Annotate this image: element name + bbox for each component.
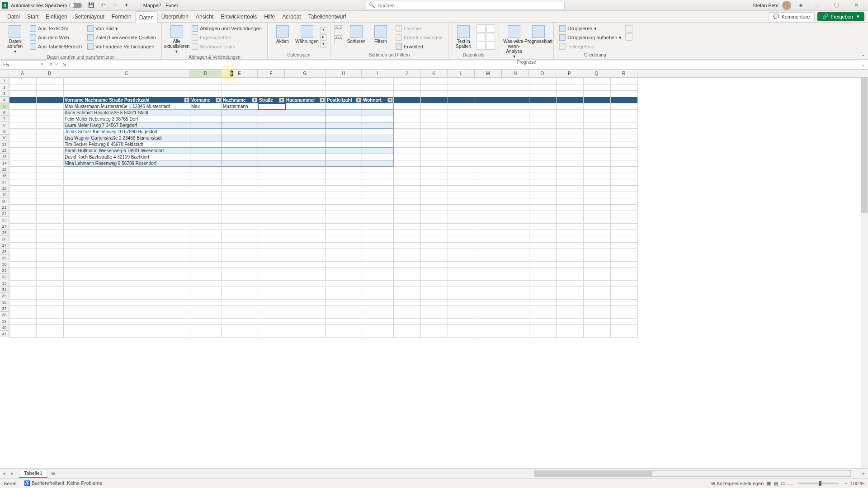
cell[interactable] bbox=[475, 78, 502, 84]
cell[interactable] bbox=[584, 122, 611, 129]
cell[interactable] bbox=[190, 135, 222, 141]
cell[interactable] bbox=[285, 135, 326, 141]
row-header[interactable]: 11 bbox=[0, 141, 9, 147]
cell[interactable] bbox=[285, 217, 326, 224]
cell[interactable] bbox=[37, 224, 64, 230]
cell[interactable] bbox=[326, 167, 362, 173]
avatar[interactable] bbox=[782, 1, 791, 10]
search-input[interactable]: 🔍 Suchen bbox=[366, 1, 565, 10]
erweitert-button[interactable]: Erweitert bbox=[394, 42, 444, 51]
cell[interactable] bbox=[475, 243, 502, 249]
cell[interactable] bbox=[258, 148, 285, 154]
cell[interactable] bbox=[326, 293, 362, 300]
cell[interactable] bbox=[258, 306, 285, 312]
cell[interactable] bbox=[362, 224, 394, 230]
cell[interactable] bbox=[394, 84, 421, 91]
cell[interactable] bbox=[448, 160, 475, 167]
cell[interactable] bbox=[448, 78, 475, 84]
cell[interactable] bbox=[611, 110, 638, 116]
cell[interactable] bbox=[394, 91, 421, 97]
cell[interactable] bbox=[190, 148, 222, 154]
cell[interactable] bbox=[584, 319, 611, 325]
cell[interactable] bbox=[37, 179, 64, 186]
row-header[interactable]: 20 bbox=[0, 198, 9, 204]
cell[interactable] bbox=[502, 148, 529, 154]
tab-daten[interactable]: Daten bbox=[135, 11, 158, 23]
cell[interactable] bbox=[9, 230, 37, 236]
cell[interactable] bbox=[285, 312, 326, 319]
cell[interactable] bbox=[362, 192, 394, 198]
cell[interactable] bbox=[9, 287, 37, 293]
row-header[interactable]: 26 bbox=[0, 236, 9, 242]
row-header[interactable]: 22 bbox=[0, 211, 9, 217]
cell[interactable] bbox=[421, 255, 448, 262]
cell[interactable] bbox=[529, 281, 557, 287]
cell[interactable] bbox=[285, 160, 326, 167]
cell[interactable] bbox=[190, 91, 222, 97]
cell[interactable] bbox=[475, 97, 502, 103]
cell[interactable] bbox=[475, 160, 502, 167]
cell[interactable] bbox=[258, 78, 285, 84]
cell[interactable] bbox=[9, 78, 37, 84]
cell[interactable] bbox=[475, 274, 502, 281]
cell[interactable] bbox=[362, 154, 394, 160]
cell[interactable] bbox=[475, 135, 502, 141]
cell[interactable] bbox=[394, 287, 421, 293]
cell[interactable] bbox=[9, 331, 37, 338]
cell[interactable] bbox=[584, 312, 611, 319]
cell[interactable] bbox=[475, 154, 502, 160]
cell[interactable] bbox=[421, 129, 448, 135]
remove-duplicates-icon[interactable] bbox=[486, 24, 495, 33]
cell[interactable] bbox=[475, 141, 502, 148]
cell[interactable] bbox=[326, 306, 362, 312]
cell[interactable] bbox=[448, 230, 475, 236]
cell[interactable] bbox=[557, 255, 584, 262]
cell[interactable] bbox=[326, 300, 362, 306]
cell[interactable] bbox=[584, 331, 611, 338]
cell[interactable] bbox=[9, 255, 37, 262]
cell[interactable] bbox=[362, 268, 394, 274]
cell[interactable] bbox=[362, 179, 394, 186]
cell[interactable] bbox=[190, 160, 222, 167]
cell[interactable] bbox=[362, 198, 394, 205]
cell[interactable] bbox=[502, 141, 529, 148]
cell[interactable] bbox=[362, 243, 394, 249]
datatype-next-icon[interactable]: ▸ bbox=[320, 34, 326, 41]
cell[interactable] bbox=[285, 205, 326, 211]
cell[interactable] bbox=[502, 243, 529, 249]
cell[interactable] bbox=[502, 129, 529, 135]
cell[interactable] bbox=[475, 91, 502, 97]
cell[interactable] bbox=[222, 268, 258, 274]
cell[interactable] bbox=[584, 293, 611, 300]
cell[interactable] bbox=[611, 312, 638, 319]
datatype-more-icon[interactable]: ▾ bbox=[320, 42, 326, 48]
row-header[interactable]: 28 bbox=[0, 249, 9, 255]
cell[interactable] bbox=[394, 293, 421, 300]
cell[interactable] bbox=[37, 91, 64, 97]
cell[interactable] bbox=[326, 249, 362, 255]
cell[interactable] bbox=[190, 230, 222, 236]
cell[interactable] bbox=[475, 293, 502, 300]
cell[interactable] bbox=[326, 205, 362, 211]
cell[interactable] bbox=[584, 154, 611, 160]
cell[interactable] bbox=[421, 236, 448, 243]
cell[interactable] bbox=[529, 262, 557, 268]
cell[interactable] bbox=[421, 122, 448, 129]
cell[interactable] bbox=[394, 249, 421, 255]
cell[interactable] bbox=[502, 287, 529, 293]
cell[interactable] bbox=[222, 331, 258, 338]
row-header[interactable]: 37 bbox=[0, 305, 9, 312]
cell[interactable] bbox=[362, 287, 394, 293]
filter-button[interactable]: ▼ bbox=[252, 98, 257, 103]
cell[interactable] bbox=[222, 148, 258, 154]
cell[interactable] bbox=[557, 312, 584, 319]
cell[interactable] bbox=[529, 211, 557, 217]
cell[interactable] bbox=[362, 78, 394, 84]
cell[interactable] bbox=[37, 160, 64, 167]
cell[interactable] bbox=[190, 249, 222, 255]
cell[interactable] bbox=[448, 255, 475, 262]
cell[interactable] bbox=[502, 262, 529, 268]
cell[interactable] bbox=[529, 306, 557, 312]
cell[interactable] bbox=[421, 116, 448, 122]
cell[interactable] bbox=[394, 186, 421, 192]
